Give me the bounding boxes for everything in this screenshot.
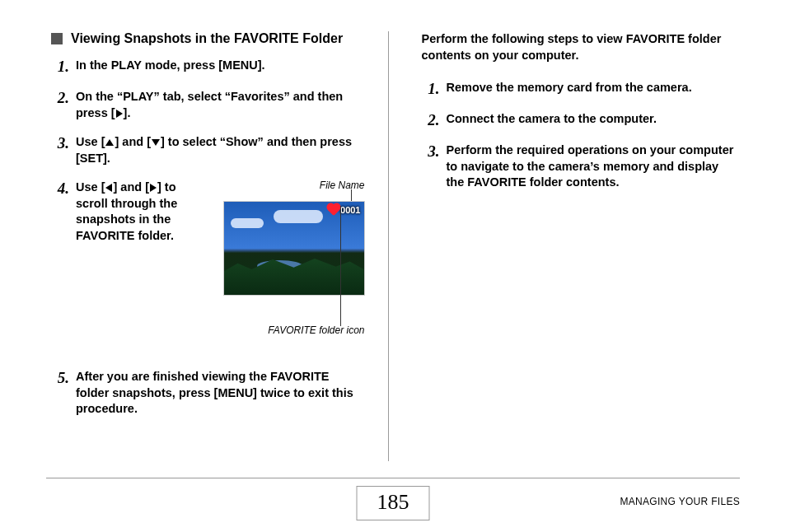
step-number: 1. [51,58,69,76]
step-text: After you are finished viewing the FAVOR… [76,369,365,418]
step-5: 5. After you are finished viewing the FA… [51,369,365,418]
left-column: Viewing Snapshots in the FAVORITE Folder… [46,31,389,461]
step-text: Perform the required operations on your … [447,142,736,191]
decorative-cloud [274,210,323,223]
step-number: 1. [422,80,440,98]
section-heading-row: Viewing Snapshots in the FAVORITE Folder [51,31,365,46]
text-part: ] and [ [115,135,151,148]
text-part: ] and [ [113,180,149,194]
text-part: ]. [124,106,131,119]
thumbnail-number: 0001 [340,205,360,215]
step-number: 2. [51,89,69,107]
section-heading: Viewing Snapshots in the FAVORITE Folder [71,31,343,46]
step-4: 4. Use [] and [] to scroll through the s… [51,180,365,336]
decorative-cloud [231,218,264,228]
step-text: Use [] and [] to select “Show” and then … [76,134,365,166]
footer-divider [46,478,740,478]
page-body: Viewing Snapshots in the FAVORITE Folder… [0,0,786,461]
intro-text: Perform the following steps to view FAVO… [422,31,736,63]
step-text: Connect the camera to the computer. [447,111,657,128]
step-text: Use [] and [] to scroll through the snap… [76,180,199,336]
step-r3: 3. Perform the required operations on yo… [422,142,736,191]
favorite-heart-icon [328,204,339,216]
text-part: Use [ [76,180,105,194]
thumbnail-overlay: 0001 [330,205,360,215]
left-arrow-icon [105,184,112,192]
step-1: 1. In the PLAY mode, press [MENU]. [51,58,365,76]
step-number: 4. [51,180,69,336]
right-arrow-icon [116,110,123,118]
step-number: 2. [422,111,440,129]
square-bullet-icon [51,33,63,44]
step-text: Remove the memory card from the camera. [447,80,692,96]
snapshot-thumbnail: 0001 [223,201,365,296]
callout-line [340,206,341,326]
step-number: 3. [51,134,69,152]
step-2: 2. On the “PLAY” tab, select “Favorites”… [51,89,365,121]
favorite-icon-label: FAVORITE folder icon [206,324,365,336]
figure: File Name 0001 FAVORITE folder icon [206,180,365,336]
step-text: On the “PLAY” tab, select “Favorites” an… [76,89,365,121]
down-arrow-icon [152,139,160,146]
step-number: 3. [422,142,440,161]
chapter-title: MANAGING YOUR FILES [620,496,740,507]
spacer [51,346,365,369]
step-r1: 1. Remove the memory card from the camer… [422,80,736,98]
text-part: Use [ [76,135,105,148]
page-number: 185 [357,486,430,520]
right-arrow-icon [150,184,157,192]
step-r2: 2. Connect the camera to the computer. [422,111,736,129]
step-text: In the PLAY mode, press [MENU]. [76,58,265,74]
step-number: 5. [51,369,69,387]
right-column: Perform the following steps to view FAVO… [417,31,741,461]
step-3: 3. Use [] and [] to select “Show” and th… [51,134,365,166]
file-name-label: File Name [320,180,365,191]
up-arrow-icon [105,139,114,146]
